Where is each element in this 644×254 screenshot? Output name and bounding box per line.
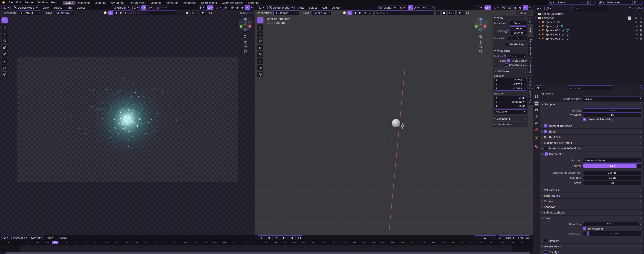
shade-render-icon[interactable] xyxy=(245,6,250,10)
viewlayer-selector[interactable]: ViewLayer ✕ xyxy=(598,0,642,5)
bookmark-button[interactable] xyxy=(442,11,446,15)
editor-type-dropdown[interactable] xyxy=(257,5,266,10)
world-filter-icon[interactable] xyxy=(363,11,368,15)
lock-to-3d-cursor-checkbox[interactable]: ✓ xyxy=(507,59,510,62)
expand-icon[interactable] xyxy=(539,34,540,35)
play-button[interactable] xyxy=(280,236,288,240)
panel-view-header[interactable]: View⣿ xyxy=(494,17,527,20)
clip-end-field[interactable]: 1000 m xyxy=(510,31,527,35)
hierarchy-dropdown[interactable] xyxy=(191,11,199,15)
shade-wire-icon[interactable] xyxy=(230,6,235,10)
background-separation-field[interactable]: 106.48 xyxy=(583,171,642,175)
frame-start-field[interactable]: Start1 xyxy=(503,236,516,240)
hand-icon[interactable] xyxy=(244,40,247,44)
hierarchy-dropdown[interactable] xyxy=(448,11,456,15)
cursor-x-field[interactable]: X9.798 m xyxy=(494,78,527,82)
topbar-menu-file[interactable]: File xyxy=(7,0,14,5)
workspace-tab-shading[interactable]: Shading xyxy=(148,1,163,5)
editor-type-dropdown[interactable] xyxy=(535,86,543,90)
viewport-search[interactable] xyxy=(374,11,435,15)
tool-scale[interactable] xyxy=(257,45,264,51)
tool-add-cube[interactable] xyxy=(257,71,264,77)
timeline-ruler[interactable]: -505101520253035404550556065707580859095… xyxy=(0,240,533,245)
magnifier-icon[interactable] xyxy=(479,35,482,39)
snap-target-dropdown[interactable] xyxy=(413,6,420,10)
viewport-search-input[interactable] xyxy=(141,12,176,15)
orientation-select[interactable]: Default xyxy=(18,11,42,15)
panel-header[interactable]: Sampling⣿ xyxy=(540,102,643,107)
hide-eye-icon[interactable] xyxy=(635,21,638,24)
transparent-checkbox[interactable]: ✓ xyxy=(583,227,586,230)
panel-header[interactable]: Subsurface Scattering⣿ xyxy=(540,140,643,145)
panel-header[interactable]: ✓Motion Blur⣿ xyxy=(540,151,643,156)
outliner-row[interactable]: Sphere.002 xyxy=(533,33,644,37)
viewport-menu-object[interactable]: Object xyxy=(75,6,87,10)
scene-filter-icon[interactable] xyxy=(358,11,363,15)
brush-filter-icon[interactable] xyxy=(129,11,134,15)
collapse-chevron-button[interactable] xyxy=(179,11,183,15)
hand-icon[interactable] xyxy=(479,40,482,44)
outliner-row[interactable]: Camera xyxy=(533,20,644,24)
tool-annotate[interactable] xyxy=(2,58,8,64)
panel-annotations[interactable]: Annotations⣿ xyxy=(493,122,528,127)
outliner-row[interactable]: Collection✓ xyxy=(533,16,644,20)
world-filter-icon[interactable] xyxy=(124,11,129,15)
proportional-edit-icon[interactable] xyxy=(422,6,427,10)
steps-field[interactable]: 28 xyxy=(583,181,642,185)
snap-magnet-icon[interactable] xyxy=(142,6,146,10)
camera-icon[interactable] xyxy=(244,46,247,48)
workspace-tab-sculpting[interactable]: Sculpting xyxy=(92,1,108,5)
delete-scene-icon[interactable]: ✕ xyxy=(591,0,596,5)
collapse-chevron-button[interactable] xyxy=(436,11,440,15)
timeline-channel-area[interactable]: ▸ xyxy=(0,245,533,252)
asset-chevron-icon[interactable] xyxy=(340,13,341,14)
outliner-row[interactable]: Scene Collection xyxy=(533,12,644,16)
scene-name[interactable]: Scene xyxy=(556,0,581,5)
shield-check-icon[interactable] xyxy=(466,12,469,14)
tool-rotate[interactable] xyxy=(257,38,264,44)
panel-header[interactable]: Indirect Lighting⣿ xyxy=(540,210,643,215)
cursor-z-field[interactable]: Z0.5919 m xyxy=(494,86,527,91)
disable-camera-icon[interactable] xyxy=(640,33,642,36)
hide-eye-icon[interactable] xyxy=(635,25,638,28)
xray-toggle-icon[interactable] xyxy=(501,5,506,10)
panel-header[interactable]: Simplify⣿ xyxy=(540,238,643,243)
scene-filter-icon[interactable] xyxy=(118,11,124,15)
shade-wire-icon[interactable] xyxy=(508,6,513,10)
pin-icon[interactable] xyxy=(640,92,642,95)
expand-icon[interactable] xyxy=(539,26,540,27)
workspace-tab-layout[interactable]: Layout xyxy=(62,1,76,5)
tool-transform[interactable] xyxy=(2,51,8,57)
filter-funnel-dropdown[interactable] xyxy=(457,11,465,15)
render-engine-select[interactable]: EEVEE xyxy=(583,97,643,101)
options-dropdown[interactable]: Options xyxy=(238,11,254,15)
workspace-tab-animation[interactable]: Animation xyxy=(163,1,181,5)
shade-material-icon[interactable] xyxy=(518,6,523,10)
cursor-ry-field[interactable]: Y-0.000027° xyxy=(494,100,527,104)
tool-annotate[interactable] xyxy=(257,58,264,64)
shading-sphere-icon[interactable] xyxy=(352,11,358,15)
tool-select-box[interactable] xyxy=(257,18,264,24)
sidebar-tab-tool[interactable]: Tool xyxy=(528,16,533,25)
animate-dot-icon[interactable] xyxy=(640,224,642,225)
viewport-menu-view[interactable]: View xyxy=(41,6,50,10)
properties-tab-object[interactable] xyxy=(534,136,539,140)
properties-tab-world[interactable] xyxy=(534,127,539,132)
sidebar-tab-real-water[interactable]: Real Water xyxy=(528,58,533,75)
properties-tab-texture[interactable] xyxy=(534,144,539,149)
properties-search-input[interactable] xyxy=(574,86,612,90)
pivot-point-dropdown[interactable] xyxy=(399,5,406,10)
object-filter-icon[interactable] xyxy=(108,11,114,15)
new-viewlayer-icon[interactable] xyxy=(632,0,638,5)
pivot-point-dropdown[interactable] xyxy=(132,5,140,10)
filter-funnel-dropdown[interactable] xyxy=(200,11,208,15)
panel-header[interactable]: Performance⣿ xyxy=(540,193,643,198)
panel-header[interactable]: Screen Space Reflections⣿ xyxy=(540,146,643,151)
sidebar-tab-create[interactable]: Create xyxy=(528,76,533,88)
outliner-row[interactable]: Sphere.001 xyxy=(533,28,644,33)
panel-checkbox[interactable] xyxy=(544,250,547,254)
play-reverse-button[interactable] xyxy=(273,236,280,240)
shading-options-dropdown[interactable] xyxy=(250,6,254,10)
shade-solid-icon[interactable] xyxy=(235,6,240,10)
cursor-rx-field[interactable]: X64.8° xyxy=(494,96,527,100)
